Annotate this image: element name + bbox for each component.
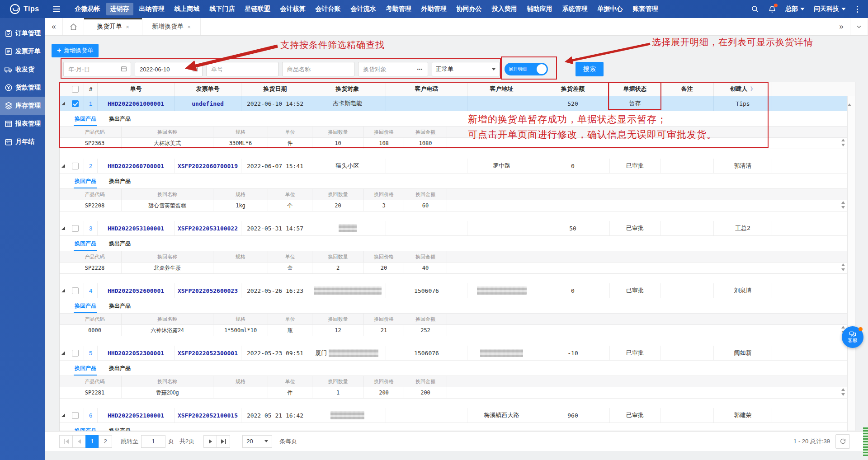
nav-item-14[interactable]: 系统管理	[558, 3, 592, 15]
table-row[interactable]: 5HHD2022052300001XSFP20220523000012022-0…	[60, 346, 855, 361]
nav-item-4[interactable]: 线下门店	[206, 3, 239, 15]
nav-item-12[interactable]: 投入费用	[488, 3, 521, 15]
more-menu-icon[interactable]	[855, 5, 860, 14]
invoice-no-link[interactable]: undefined	[175, 96, 241, 111]
invoice-no-link[interactable]: XSFP2022053100022	[175, 221, 241, 235]
sidebar-item-2[interactable]: 收发货	[0, 61, 45, 79]
table-row[interactable]: 2HHD2022060700001XSFP20220607000192022-0…	[60, 159, 855, 174]
detail-scroll-icons[interactable]	[841, 201, 845, 209]
customer-service-button[interactable]: 客服	[842, 326, 863, 348]
tab-return-products[interactable]: 换回产品	[74, 115, 97, 126]
scroll-up-icon[interactable]	[841, 139, 845, 141]
page-button-1[interactable]: 1	[85, 435, 99, 448]
invoice-no-link[interactable]: XSFP2022052300001	[175, 346, 241, 360]
last-page-button[interactable]	[217, 435, 230, 448]
tab-return-products[interactable]: 换回产品	[74, 427, 97, 431]
close-tab-icon[interactable]: ×	[126, 23, 129, 30]
tab-out-products[interactable]: 换出产品	[108, 365, 132, 376]
sidebar-item-0[interactable]: 订单管理	[0, 24, 45, 42]
row-checkbox[interactable]	[72, 412, 79, 419]
new-exchange-order-button[interactable]: + 新增换货单	[52, 44, 99, 57]
row-expander-icon[interactable]	[61, 289, 65, 292]
nav-item-6[interactable]: 会计核算	[276, 3, 310, 15]
close-tab-icon[interactable]: ×	[187, 23, 191, 30]
scroll-down-icon[interactable]	[841, 206, 845, 209]
nav-item-15[interactable]: 单据中心	[594, 3, 627, 15]
invoice-no-link[interactable]: XSFP2022052100015	[175, 408, 241, 422]
nav-item-11[interactable]: 协同办公	[453, 3, 486, 15]
nav-item-13[interactable]: 辅助应用	[523, 3, 557, 15]
nav-item-5[interactable]: 星链联盟	[241, 3, 274, 15]
tab-out-products[interactable]: 换出产品	[108, 178, 132, 188]
sidebar-item-1[interactable]: 发票开单	[0, 42, 45, 61]
table-row[interactable]: 1HHD2022061000001undefined2022-06-10 14:…	[60, 96, 855, 111]
next-page-button[interactable]	[203, 435, 217, 448]
row-checkbox[interactable]	[72, 350, 79, 357]
org-selector[interactable]: 总部	[785, 5, 805, 13]
tab-return-products[interactable]: 换回产品	[74, 240, 97, 251]
date-start-input[interactable]	[63, 62, 131, 76]
order-no-link[interactable]: HHD2022052300001	[98, 346, 175, 360]
menu-toggle-icon[interactable]	[53, 6, 60, 12]
expand-tabs-icon[interactable]: »	[833, 18, 850, 35]
search-button[interactable]: 搜索	[576, 62, 604, 76]
order-no-field[interactable]	[210, 66, 274, 73]
order-no-input[interactable]	[206, 62, 278, 76]
prev-page-button[interactable]	[72, 435, 86, 448]
product-name-field[interactable]	[286, 66, 350, 73]
nav-item-0[interactable]: 企微易帐	[71, 3, 104, 15]
order-no-link[interactable]: HHD2022053100001	[98, 221, 175, 235]
nav-item-16[interactable]: 账套管理	[629, 3, 662, 15]
tab-return-products[interactable]: 换回产品	[74, 178, 97, 188]
notification-bell-icon[interactable]	[768, 5, 776, 13]
row-expander-icon[interactable]	[61, 226, 65, 230]
detail-scroll-icons[interactable]	[841, 388, 845, 396]
exchange-target-input[interactable]: ⋯	[358, 62, 428, 76]
detail-scroll-icons[interactable]	[841, 139, 845, 146]
sidebar-item-5[interactable]: 报表管理	[0, 115, 45, 133]
scroll-up-icon[interactable]	[841, 263, 845, 266]
table-row[interactable]: 3HHD2022053100001XSFP20220531000222022-0…	[60, 221, 855, 236]
table-row[interactable]: 4HHD2022052600001XSFP20220526000232022-0…	[60, 283, 855, 298]
row-checkbox[interactable]	[72, 287, 79, 294]
sidebar-item-3[interactable]: 货款管理	[0, 79, 45, 97]
nav-item-10[interactable]: 外勤管理	[417, 3, 451, 15]
refresh-button[interactable]	[835, 434, 850, 449]
jump-page-input[interactable]	[141, 435, 165, 448]
row-checkbox[interactable]	[72, 225, 79, 232]
expand-detail-toggle[interactable]: 展开明细	[505, 63, 548, 75]
brand[interactable]: Tips	[0, 4, 39, 14]
page-button-2[interactable]: 2	[99, 435, 112, 448]
collapse-tabs-icon[interactable]: «	[45, 18, 63, 35]
order-type-select[interactable]: 正常单	[432, 62, 500, 76]
row-expander-icon[interactable]	[61, 351, 65, 355]
scroll-up-icon[interactable]	[841, 201, 845, 204]
nav-item-3[interactable]: 线上商城	[170, 3, 204, 15]
exchange-target-field[interactable]	[362, 66, 417, 73]
select-all-checkbox[interactable]	[72, 86, 79, 93]
scroll-down-icon[interactable]	[841, 144, 845, 146]
sidebar-item-4[interactable]: 库存管理	[0, 97, 45, 115]
row-expander-icon[interactable]	[61, 102, 65, 105]
date-end-input[interactable]	[135, 62, 203, 76]
home-icon[interactable]	[63, 18, 84, 35]
order-no-link[interactable]: HHD2022061000001	[98, 96, 175, 111]
nav-item-9[interactable]: 考勤管理	[382, 3, 415, 15]
date-end-field[interactable]	[139, 66, 190, 73]
order-no-link[interactable]: HHD2022060700001	[98, 159, 175, 173]
nav-item-2[interactable]: 出纳管理	[135, 3, 169, 15]
row-expander-icon[interactable]	[61, 413, 65, 417]
order-no-link[interactable]: HHD2022052600001	[98, 283, 175, 298]
document-tab-0[interactable]: 换货开单×	[84, 18, 142, 35]
invoice-no-link[interactable]: XSFP2022052600023	[175, 283, 241, 298]
ellipsis-picker-icon[interactable]: ⋯	[417, 66, 424, 73]
row-checkbox[interactable]	[72, 100, 79, 107]
row-expander-icon[interactable]	[61, 164, 65, 168]
page-size-select[interactable]: 20	[242, 435, 272, 448]
document-tab-1[interactable]: 新增换货单×	[142, 18, 201, 35]
column-settings-icon[interactable]: 》	[750, 85, 756, 93]
scroll-down-icon[interactable]	[841, 393, 845, 396]
date-start-field[interactable]	[67, 66, 119, 73]
tab-return-products[interactable]: 换回产品	[74, 365, 97, 376]
product-name-input[interactable]	[282, 62, 354, 76]
